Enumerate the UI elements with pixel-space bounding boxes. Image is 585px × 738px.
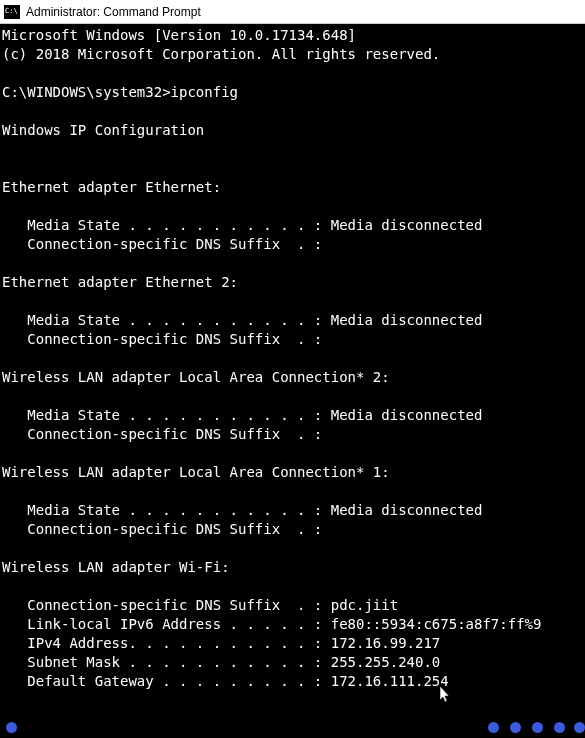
adapter-line: Connection-specific DNS Suffix . : [2, 521, 322, 537]
adapter-header: Wireless LAN adapter Wi-Fi: [2, 559, 230, 575]
adapter-line: Connection-specific DNS Suffix . : pdc.j… [2, 597, 398, 613]
adapter-line: Connection-specific DNS Suffix . : [2, 426, 322, 442]
adapter-line: IPv4 Address. . . . . . . . . . . : 172.… [2, 635, 440, 651]
terminal-body[interactable]: Microsoft Windows [Version 10.0.17134.64… [0, 24, 585, 738]
os-header-1: Microsoft Windows [Version 10.0.17134.64… [2, 27, 356, 43]
adapter-line: Subnet Mask . . . . . . . . . . . : 255.… [2, 654, 440, 670]
adapter-header: Wireless LAN adapter Local Area Connecti… [2, 369, 390, 385]
adapter-line: Default Gateway . . . . . . . . . : 172.… [2, 673, 449, 689]
section-title: Windows IP Configuration [2, 122, 204, 138]
adapter-line: Media State . . . . . . . . . . . : Medi… [2, 217, 482, 233]
os-header-2: (c) 2018 Microsoft Corporation. All righ… [2, 46, 440, 62]
window-title: Administrator: Command Prompt [26, 5, 201, 19]
adapter-line: Connection-specific DNS Suffix . : [2, 331, 322, 347]
adapter-line: Media State . . . . . . . . . . . : Medi… [2, 312, 482, 328]
prompt: C:\WINDOWS\system32> [2, 84, 171, 100]
adapter-header: Ethernet adapter Ethernet 2: [2, 274, 238, 290]
cmd-icon [4, 5, 20, 19]
adapter-header: Ethernet adapter Ethernet: [2, 179, 221, 195]
adapter-header: Wireless LAN adapter Local Area Connecti… [2, 464, 390, 480]
adapter-line: Media State . . . . . . . . . . . : Medi… [2, 407, 482, 423]
decoration-dots [0, 720, 585, 734]
adapter-line: Media State . . . . . . . . . . . : Medi… [2, 502, 482, 518]
command-text: ipconfig [171, 84, 238, 100]
adapter-line: Connection-specific DNS Suffix . : [2, 236, 322, 252]
window-titlebar[interactable]: Administrator: Command Prompt [0, 0, 585, 24]
adapter-line: Link-local IPv6 Address . . . . . : fe80… [2, 616, 541, 632]
